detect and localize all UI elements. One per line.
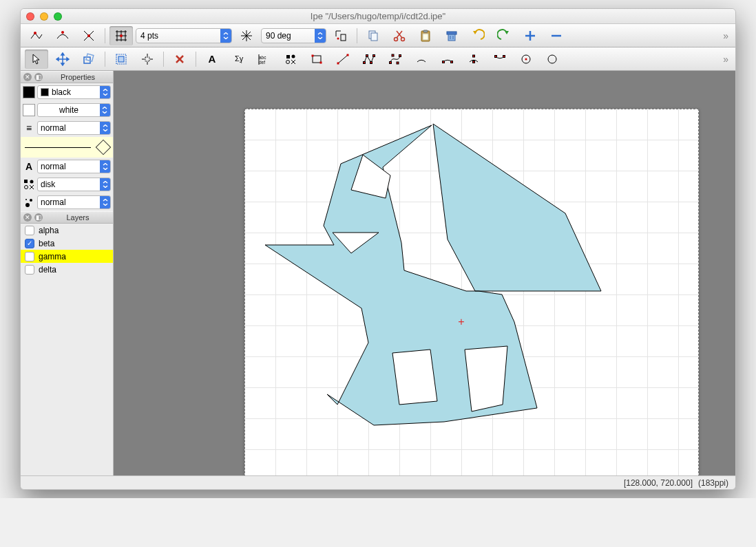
layer-checkbox[interactable]	[25, 252, 34, 261]
pen-select[interactable]: normal	[37, 121, 111, 135]
status-bar: [128.000, 720.000] (183ppi)	[21, 475, 735, 489]
polyline-tool[interactable]	[357, 50, 381, 69]
spline-tool[interactable]	[384, 50, 407, 69]
hole-leg-2[interactable]	[465, 346, 507, 411]
svg-rect-46	[118, 56, 124, 62]
delete-button[interactable]	[440, 26, 463, 45]
snap-auto-button[interactable]	[329, 26, 353, 45]
stretch-tool[interactable]	[109, 50, 133, 69]
detach-panel-icon[interactable]: ◧	[34, 73, 43, 81]
arc3-tool[interactable]	[436, 50, 459, 69]
pathmode-diamond-icon[interactable]	[96, 140, 112, 155]
math-tool[interactable]: Σyi	[227, 50, 250, 69]
circle-center-tool[interactable]	[514, 50, 538, 69]
layer-row-alpha[interactable]: alpha	[21, 224, 113, 237]
snap-intersection-button[interactable]	[77, 26, 101, 45]
minimize-window-button[interactable]	[40, 12, 48, 21]
mark-tool[interactable]	[279, 50, 302, 69]
svg-rect-72	[366, 54, 368, 56]
snap-angle-button[interactable]	[235, 26, 258, 45]
svg-marker-36	[33, 54, 39, 64]
redo-button[interactable]	[492, 26, 516, 45]
paste-button[interactable]	[414, 26, 437, 45]
layer-row-beta[interactable]: beta	[21, 237, 113, 250]
page[interactable]: +	[244, 109, 699, 475]
main-area: ✕ ◧ Properties black white	[21, 71, 735, 475]
svg-text:A: A	[209, 53, 216, 65]
snap-vertex-button[interactable]	[25, 26, 48, 45]
window-title: Ipe "/Users/hugo/temp/i/cdt2d.ipe"	[21, 11, 735, 21]
svg-text:abc: abc	[259, 55, 266, 60]
markshape-select[interactable]: disk	[37, 178, 111, 191]
svg-marker-32	[505, 31, 509, 34]
stroke-color-row: black	[21, 83, 113, 101]
layer-checkbox[interactable]	[25, 239, 34, 248]
svg-marker-42	[67, 58, 69, 61]
undo-button[interactable]	[466, 26, 490, 45]
svg-rect-88	[24, 180, 28, 183]
layer-checkbox[interactable]	[25, 226, 34, 235]
angle-select[interactable]: 90 deg	[261, 28, 326, 43]
rotate-tool[interactable]	[77, 50, 101, 69]
arc-tool[interactable]	[410, 50, 433, 69]
snap-control-button[interactable]	[51, 26, 74, 45]
circle-3pt-tool[interactable]	[540, 50, 564, 69]
svg-point-86	[525, 58, 527, 60]
svg-point-62	[286, 60, 290, 63]
svg-rect-66	[312, 54, 314, 56]
arc-ends-tool[interactable]	[488, 50, 512, 69]
canvas-viewport[interactable]: +	[114, 71, 735, 475]
arrow-line-preview	[25, 147, 91, 148]
close-layers-icon[interactable]: ✕	[23, 213, 32, 222]
detach-layers-icon[interactable]: ◧	[34, 213, 43, 222]
layer-label: beta	[39, 239, 54, 248]
close-panel-icon[interactable]: ✕	[23, 73, 32, 81]
svg-text:Σy: Σy	[235, 54, 244, 63]
properties-panel-header[interactable]: ✕ ◧ Properties	[21, 71, 113, 83]
stroke-color-select[interactable]: black	[37, 85, 111, 99]
arc-center-tool[interactable]	[462, 50, 485, 69]
toolbar2-overflow-icon[interactable]: »	[723, 54, 731, 65]
text-label-tool[interactable]: A	[200, 50, 224, 69]
layer-checkbox[interactable]	[25, 265, 34, 275]
sidebar: ✕ ◧ Properties black white	[21, 71, 114, 475]
layer-row-gamma[interactable]: gamma	[21, 250, 113, 263]
grid-size-select[interactable]: 4 pts	[136, 28, 232, 43]
cut-button[interactable]	[388, 26, 411, 45]
layers-list: alphabetagammadelta	[21, 224, 113, 475]
zoom-out-button[interactable]	[545, 26, 568, 45]
fill-color-select[interactable]: white	[37, 103, 111, 117]
svg-line-68	[338, 55, 348, 63]
toolbar-overflow-icon[interactable]: »	[723, 30, 731, 41]
svg-rect-82	[473, 61, 475, 63]
layers-panel-header[interactable]: ✕ ◧ Layers	[21, 211, 113, 224]
line-tool[interactable]	[331, 50, 355, 69]
fill-absolute-swatch[interactable]	[23, 104, 35, 116]
layer-row-delta[interactable]: delta	[21, 263, 113, 276]
select-tool[interactable]	[25, 50, 48, 69]
svg-rect-19	[371, 33, 377, 41]
symbolsize-select[interactable]: normal	[37, 195, 111, 209]
copy-button[interactable]	[361, 26, 385, 45]
snap-grid-button[interactable]	[109, 26, 133, 45]
delete-mark-icon[interactable]	[168, 50, 191, 69]
zoom-in-button[interactable]	[518, 26, 542, 45]
paragraph-tool[interactable]: abcdef	[253, 50, 276, 69]
svg-rect-84	[503, 55, 505, 57]
svg-rect-76	[399, 54, 401, 56]
svg-rect-69	[337, 62, 339, 64]
pen-icon: ≡	[23, 122, 35, 133]
translate-tool[interactable]	[51, 50, 74, 69]
stroke-absolute-swatch[interactable]	[23, 86, 35, 98]
textsize-select[interactable]: normal	[37, 160, 111, 173]
svg-point-22	[395, 37, 398, 41]
titlebar: Ipe "/Users/hugo/temp/i/cdt2d.ipe"	[21, 9, 735, 24]
rectangle-tool[interactable]	[305, 50, 328, 69]
close-window-button[interactable]	[26, 12, 34, 21]
hole-leg-1[interactable]	[392, 350, 437, 405]
drawing[interactable]	[244, 109, 699, 475]
arrow-preview[interactable]	[21, 137, 113, 158]
zoom-window-button[interactable]	[54, 12, 62, 21]
status-resolution: (183ppi)	[698, 478, 728, 488]
pan-tool[interactable]	[136, 50, 159, 69]
